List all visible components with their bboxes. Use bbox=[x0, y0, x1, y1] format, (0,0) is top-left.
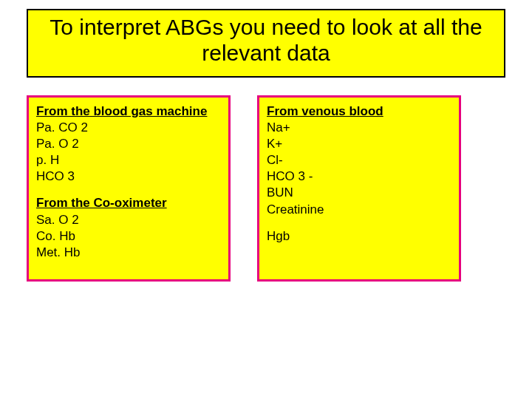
list-item: Cl- bbox=[267, 152, 451, 168]
title-line-2: relevant data bbox=[35, 41, 497, 66]
list-item: Sa. O 2 bbox=[36, 212, 221, 228]
left-section-1-header: From the blood gas machine bbox=[36, 103, 221, 120]
slide: To interpret ABGs you need to look at al… bbox=[0, 0, 532, 399]
list-item: Met. Hb bbox=[36, 245, 221, 261]
spacer bbox=[267, 218, 451, 228]
right-column-box: From venous blood Na+ K+ Cl- HCO 3 - BUN… bbox=[257, 95, 461, 282]
list-item: Pa. O 2 bbox=[36, 136, 221, 152]
left-section-2-header: From the Co-oximeter bbox=[36, 195, 221, 211]
list-item: p. H bbox=[36, 152, 221, 168]
list-item: HCO 3 bbox=[36, 168, 221, 185]
title-line-1: To interpret ABGs you need to look at al… bbox=[35, 15, 497, 41]
list-item: BUN bbox=[267, 185, 451, 201]
list-item: K+ bbox=[267, 136, 451, 152]
spacer bbox=[36, 185, 221, 195]
list-item: HCO 3 - bbox=[267, 168, 451, 185]
left-column-box: From the blood gas machine Pa. CO 2 Pa. … bbox=[27, 95, 231, 282]
list-item: Co. Hb bbox=[36, 228, 221, 245]
columns: From the blood gas machine Pa. CO 2 Pa. … bbox=[27, 95, 505, 282]
list-item: Creatinine bbox=[267, 202, 451, 218]
list-item: Na+ bbox=[267, 120, 451, 136]
list-item: Hgb bbox=[267, 228, 451, 245]
right-section-1-header: From venous blood bbox=[267, 103, 451, 120]
list-item: Pa. CO 2 bbox=[36, 120, 221, 136]
title-box: To interpret ABGs you need to look at al… bbox=[27, 9, 505, 78]
